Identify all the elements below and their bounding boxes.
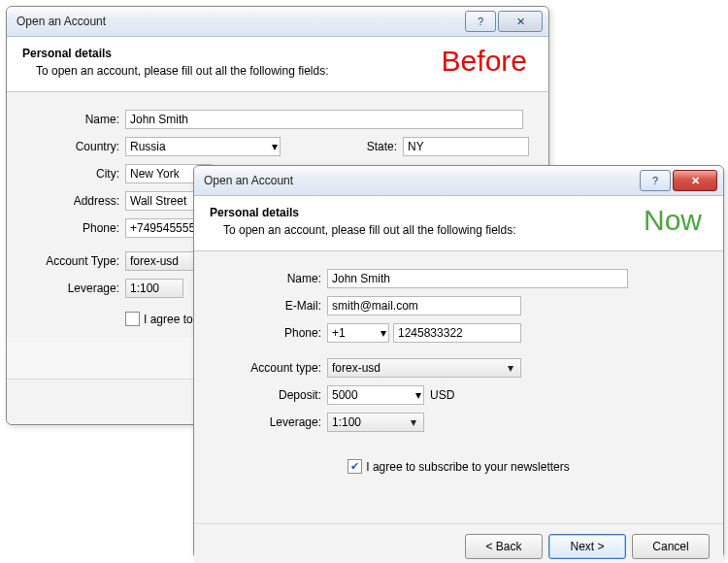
agree-label: I agree to bbox=[144, 313, 193, 326]
chevron-down-icon: ▾ bbox=[406, 415, 421, 429]
leverage-select[interactable]: 1:100 ▾ bbox=[327, 413, 424, 432]
agree-checkbox[interactable] bbox=[125, 312, 140, 326]
country-value: Russia bbox=[130, 140, 166, 153]
chevron-down-icon: ▾ bbox=[503, 361, 518, 375]
label-phone: Phone: bbox=[22, 221, 125, 235]
close-button[interactable]: ✕ bbox=[673, 170, 717, 191]
label-usd: USD bbox=[430, 388, 454, 402]
leverage-value: 1:100 bbox=[130, 282, 159, 295]
leverage-select[interactable]: 1:100 bbox=[125, 279, 183, 298]
help-button[interactable]: ? bbox=[465, 11, 496, 32]
label-phone: Phone: bbox=[210, 326, 327, 340]
name-input[interactable] bbox=[327, 269, 628, 288]
label-account-type: Account type: bbox=[210, 361, 327, 375]
badge-before: Before bbox=[442, 45, 527, 78]
label-city: City: bbox=[22, 167, 125, 181]
window-title: Open an Account bbox=[17, 15, 463, 28]
chevron-down-icon: ▾ bbox=[415, 388, 421, 402]
close-icon: ✕ bbox=[516, 16, 525, 28]
chevron-down-icon: ▾ bbox=[381, 326, 386, 340]
label-country: Country: bbox=[22, 140, 125, 153]
deposit-value: 5000 bbox=[332, 388, 358, 402]
titlebar[interactable]: Open an Account ? ✕ bbox=[194, 166, 723, 196]
deposit-select[interactable]: 5000 ▾ bbox=[327, 385, 424, 405]
label-account-type: Account Type: bbox=[22, 254, 125, 268]
account-type-select[interactable]: forex-usd bbox=[125, 251, 203, 271]
leverage-value: 1:100 bbox=[332, 415, 361, 429]
header-panel: Personal details To open an account, ple… bbox=[7, 37, 548, 92]
account-type-value: forex-usd bbox=[332, 361, 381, 375]
country-select[interactable]: Russia ▾ bbox=[125, 137, 281, 156]
account-type-value: forex-usd bbox=[130, 254, 179, 268]
footer: < Back Next > Cancel bbox=[194, 523, 723, 563]
chevron-down-icon: ▾ bbox=[272, 140, 278, 153]
header-panel: Personal details To open an account, ple… bbox=[194, 196, 723, 251]
label-state: State: bbox=[281, 140, 403, 153]
badge-now: Now bbox=[644, 204, 702, 237]
header-sub: To open an account, please fill out all … bbox=[223, 223, 708, 237]
name-input[interactable] bbox=[125, 110, 523, 129]
email-input[interactable] bbox=[327, 296, 521, 315]
label-leverage: Leverage: bbox=[22, 282, 125, 295]
phone-number-input[interactable] bbox=[393, 323, 521, 343]
header-title: Personal details bbox=[210, 206, 708, 219]
cancel-button[interactable]: Cancel bbox=[632, 534, 710, 559]
label-email: E-Mail: bbox=[210, 299, 327, 313]
label-leverage: Leverage: bbox=[210, 415, 327, 429]
titlebar[interactable]: Open an Account ? ✕ bbox=[7, 7, 548, 37]
back-button[interactable]: < Back bbox=[465, 534, 543, 559]
next-button[interactable]: Next > bbox=[548, 534, 626, 559]
state-input[interactable] bbox=[403, 137, 529, 156]
window-title: Open an Account bbox=[204, 174, 638, 187]
help-icon: ? bbox=[652, 175, 658, 186]
label-name: Name: bbox=[210, 272, 327, 285]
help-icon: ? bbox=[478, 16, 483, 27]
agree-checkbox[interactable]: ✔ bbox=[347, 459, 362, 474]
phone-code-select[interactable]: +1 ▾ bbox=[327, 323, 389, 343]
dialog-open-account-now: Open an Account ? ✕ Personal details To … bbox=[193, 165, 724, 559]
label-address: Address: bbox=[22, 194, 125, 208]
agree-label: I agree to subscribe to your newsletters bbox=[366, 460, 569, 474]
close-icon: ✕ bbox=[691, 175, 700, 187]
help-button[interactable]: ? bbox=[640, 170, 671, 191]
form-body: Name: E-Mail: Phone: +1 ▾ Account type: … bbox=[194, 251, 723, 523]
phone-code-value: +1 bbox=[332, 326, 346, 340]
account-type-select[interactable]: forex-usd ▾ bbox=[327, 358, 521, 378]
close-button[interactable]: ✕ bbox=[498, 11, 543, 32]
label-name: Name: bbox=[22, 113, 125, 126]
label-deposit: Deposit: bbox=[210, 388, 327, 402]
